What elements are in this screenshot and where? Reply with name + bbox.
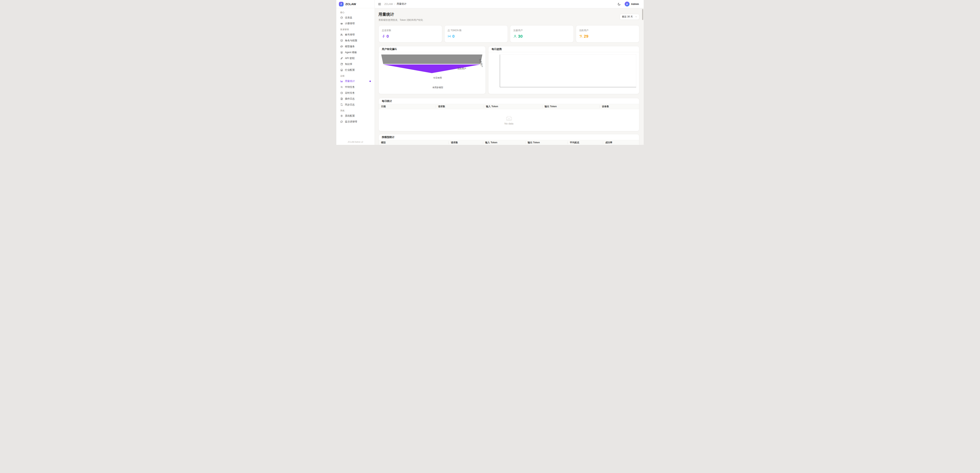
model-card-title: 按模型统计: [379, 134, 639, 140]
model-stats-card: 按模型统计 模型请求数输入 Token输出 Token平均延迟成功率: [379, 134, 640, 145]
charts-row: 用户转化漏斗 注册用户 活跃用户 今日使用 使用多模型 每日趋势: [379, 46, 640, 94]
chart-icon: [340, 80, 343, 83]
sidebar-item-gear[interactable]: 系统配置: [338, 113, 372, 119]
column-header: 输入 Token: [484, 104, 542, 109]
topbar: ZCLAW / 用量统计 A Admin: [375, 0, 644, 8]
sidebar-item-clock[interactable]: 定时任务: [338, 90, 372, 96]
stat-card: 总请求数0: [379, 25, 442, 43]
vertical-scrollbar-thumb[interactable]: [642, 9, 643, 20]
active-indicator-dot: [369, 81, 371, 82]
stat-label: 活跃用户: [579, 29, 636, 32]
gauge-icon: [340, 16, 343, 19]
bolt-icon: [382, 35, 385, 38]
sidebar-item-cloud[interactable]: 模型服务: [338, 43, 372, 49]
sidebar-item-label: 计费管理: [345, 22, 355, 25]
shop-icon: [340, 68, 343, 72]
breadcrumb: ZCLAW / 用量统计: [384, 2, 407, 6]
stat-card: 活跃用户29: [576, 25, 640, 43]
funnel-shapes: [379, 52, 485, 94]
column-header: 输出 Token: [525, 140, 568, 145]
cloud-icon: [340, 45, 343, 48]
column-header: 日期: [379, 104, 436, 109]
user-icon: [513, 35, 517, 38]
sidebar-item-users[interactable]: 账号管理: [338, 32, 372, 38]
users-icon: [340, 33, 343, 36]
sidebar-item-file[interactable]: 操作日志: [338, 96, 372, 102]
page-head: 用量统计 查看模型使用情况、Token 消耗和用户转化 最近 30 天: [379, 12, 640, 22]
sidebar-item-label: 提示词管理: [345, 120, 357, 124]
shield-icon: [340, 39, 343, 42]
trend-plot-area: [500, 54, 636, 87]
stat-value: 29: [584, 34, 589, 38]
chevron-down-icon: [635, 16, 637, 18]
sidebar-item-swap[interactable]: 中转任务: [338, 84, 372, 90]
user-active-icon: [579, 35, 583, 38]
column-header: 平均延迟: [568, 140, 603, 145]
funnel-card: 用户转化漏斗 注册用户 活跃用户 今日使用 使用多模型: [379, 46, 486, 94]
column-header: 请求数: [449, 140, 483, 145]
sidebar-item-label: 系统配置: [345, 114, 355, 118]
sidebar-item-label: API 密钥: [345, 57, 355, 60]
main-content: 用量统计 查看模型使用情况、Token 消耗和用户转化 最近 30 天 总请求数…: [375, 8, 644, 145]
sidebar-item-chart[interactable]: 用量统计: [338, 78, 372, 84]
trend-chart: [488, 52, 639, 94]
sidebar-section-label: 系统: [338, 108, 372, 113]
api-icon: [340, 57, 343, 60]
sidebar-item-label: 知识库: [345, 62, 352, 66]
sidebar-item-book[interactable]: 知识库: [338, 61, 372, 67]
sidebar-item-label: 同步日志: [345, 103, 355, 107]
sidebar-item-gauge[interactable]: 仪表盘: [338, 15, 372, 21]
sidebar-item-api[interactable]: API 密钥: [338, 55, 372, 61]
crown-icon: [340, 22, 343, 25]
clock-icon: [340, 92, 343, 94]
menu-fold-icon[interactable]: [378, 2, 382, 6]
avatar: A: [625, 2, 630, 6]
daily-card-title: 每日统计: [379, 98, 639, 104]
column-header: 成功率: [603, 140, 639, 145]
column-header: 输入 Token: [483, 140, 525, 145]
sidebar-item-crown[interactable]: 计费管理: [338, 21, 372, 27]
funnel-segment-registered[interactable]: [381, 54, 482, 64]
sidebar-item-label: 中转任务: [345, 86, 355, 89]
sidebar-item-label: Agent 模板: [345, 51, 357, 54]
brand: Z ZCLAW: [336, 0, 375, 8]
stat-value: 0: [387, 34, 389, 38]
stat-value: 0: [452, 34, 455, 38]
user-menu[interactable]: A Admin: [625, 2, 639, 6]
daily-table-header: 日期请求数输入 Token输出 Token设备数: [379, 104, 639, 109]
daily-table-empty-state: No data: [379, 109, 639, 131]
trend-card-title: 每日趋势: [488, 46, 639, 52]
date-range-value: 最近 30 天: [622, 15, 633, 18]
funnel-label-multimodel: 使用多模型: [433, 86, 443, 89]
gear-icon: [340, 115, 343, 117]
app-window: Z ZCLAW 核心仪表盘计费管理资源管理账号管理角色与权限模型服务Agent …: [336, 0, 644, 145]
breadcrumb-current: 用量统计: [397, 2, 407, 6]
sidebar-section-label: 核心: [338, 10, 372, 15]
sidebar-item-label: 模型服务: [345, 45, 355, 48]
funnel-chart: 注册用户 活跃用户 今日使用 使用多模型: [379, 52, 485, 94]
stats-row: 总请求数0总 TOKEN 数0注册用户30活跃用户29: [379, 25, 640, 43]
dark-mode-moon-icon[interactable]: [617, 2, 621, 6]
daily-stats-card: 每日统计 日期请求数输入 Token输出 Token设备数 No data: [379, 98, 640, 131]
sidebar-item-robot[interactable]: Agent 模板: [338, 49, 372, 55]
stat-card: 注册用户30: [510, 25, 574, 43]
funnel-label-active: 活跃用户: [457, 67, 466, 70]
model-table-header: 模型请求数输入 Token输出 Token平均延迟成功率: [379, 140, 639, 145]
column-header: 模型: [379, 140, 449, 145]
page-title: 用量统计: [379, 12, 423, 17]
sidebar-item-shield[interactable]: 角色与权限: [338, 38, 372, 43]
file-icon: [340, 97, 343, 100]
sidebar-item-shop[interactable]: 行业配置: [338, 67, 372, 73]
sidebar-item-sync[interactable]: 同步日志: [338, 102, 372, 108]
sidebar-item-message[interactable]: 提示词管理: [338, 119, 372, 125]
column-header: 设备数: [600, 104, 639, 109]
date-range-select[interactable]: 最近 30 天: [620, 14, 640, 20]
sync-icon: [340, 103, 343, 106]
stat-label: 总 TOKEN 数: [448, 29, 505, 32]
column-header: 请求数: [436, 104, 484, 109]
sidebar-nav: 核心仪表盘计费管理资源管理账号管理角色与权限模型服务Agent 模板API 密钥…: [336, 8, 375, 126]
brand-name: ZCLAW: [345, 2, 356, 6]
funnel-label-today: 今日使用: [433, 76, 442, 80]
sidebar-item-label: 定时任务: [345, 91, 355, 95]
breadcrumb-root[interactable]: ZCLAW: [384, 3, 393, 5]
